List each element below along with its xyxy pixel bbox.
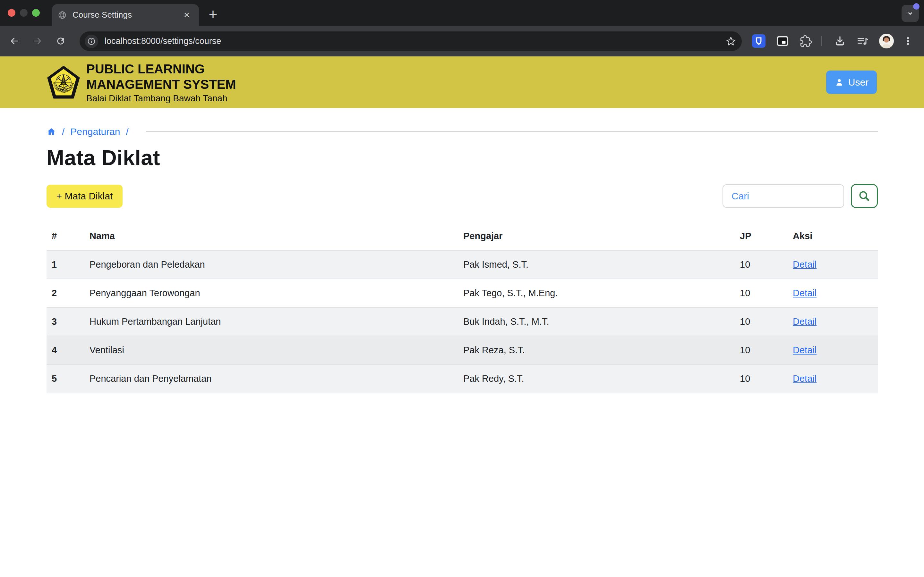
tab-close-icon[interactable]: ×	[180, 9, 193, 21]
action-cell: Detail	[788, 279, 878, 308]
breadcrumb: / Pengaturan /	[47, 126, 878, 137]
chevron-down-icon	[905, 9, 915, 18]
url-text: localhost:8000/settings/course	[105, 36, 725, 46]
course-name-cell: Hukum Pertambangan Lanjutan	[84, 308, 458, 336]
playlist-music-icon	[856, 35, 869, 47]
bitwarden-extension-button[interactable]	[751, 33, 766, 49]
search-icon	[858, 190, 871, 203]
new-tab-button[interactable]: +	[204, 5, 222, 23]
download-icon	[834, 35, 846, 47]
jp-cell: 10	[735, 336, 788, 364]
detail-link[interactable]: Detail	[793, 345, 817, 355]
actions-row: + Mata Diklat	[47, 184, 878, 208]
col-header-pengajar: Pengajar	[458, 223, 735, 250]
toolbar-divider	[821, 36, 822, 46]
star-icon	[725, 35, 737, 47]
col-header-no: #	[47, 223, 84, 250]
detail-link[interactable]: Detail	[793, 316, 817, 327]
person-icon	[835, 77, 844, 87]
brand-title-line1: PUBLIC LEARNING	[86, 61, 236, 77]
table-row: 2Penyanggaan TerowonganPak Tego, S.T., M…	[47, 279, 878, 308]
globe-favicon-icon	[58, 11, 67, 19]
teacher-name-cell: Pak Tego, S.T., M.Eng.	[458, 279, 735, 308]
notification-dot	[913, 3, 919, 10]
profile-avatar[interactable]	[879, 33, 894, 49]
breadcrumb-home-link[interactable]	[47, 127, 56, 137]
user-button-label: User	[848, 77, 869, 88]
action-cell: Detail	[788, 250, 878, 279]
col-header-jp: JP	[735, 223, 788, 250]
brand-block: PUBLIC LEARNING MANAGEMENT SYSTEM Balai …	[86, 61, 236, 103]
breadcrumb-separator: /	[62, 126, 65, 137]
add-mata-diklat-button[interactable]: + Mata Diklat	[47, 185, 123, 208]
user-button[interactable]: User	[826, 71, 877, 94]
home-icon	[47, 127, 56, 137]
back-button[interactable]	[7, 33, 22, 49]
breadcrumb-item-pengaturan[interactable]: Pengaturan	[70, 126, 120, 137]
search-button[interactable]	[851, 184, 878, 208]
page-title: Mata Diklat	[47, 145, 878, 170]
tab-title: Course Settings	[73, 10, 180, 20]
address-bar[interactable]: localhost:8000/settings/course	[79, 31, 742, 51]
action-cell: Detail	[788, 364, 878, 393]
picture-in-picture-icon	[776, 34, 789, 48]
row-number: 5	[47, 364, 84, 393]
detail-link[interactable]: Detail	[793, 259, 817, 269]
media-controls-button[interactable]	[855, 33, 870, 49]
teacher-name-cell: Pak Reza, S.T.	[458, 336, 735, 364]
row-number: 1	[47, 250, 84, 279]
row-number: 3	[47, 308, 84, 336]
kebab-menu-icon	[903, 35, 913, 47]
detail-link[interactable]: Detail	[793, 288, 817, 298]
puzzle-piece-icon	[800, 35, 813, 47]
page-content: / Pengaturan / Mata Diklat + Mata Diklat	[47, 108, 878, 393]
bookmark-star-button[interactable]	[725, 35, 737, 47]
window-close-button[interactable]	[8, 9, 15, 17]
browser-window: Course Settings × +	[0, 0, 924, 577]
courses-table-wrap: # Nama Pengajar JP Aksi 1Pengeboran dan …	[47, 223, 878, 393]
teacher-name-cell: Buk Indah, S.T., M.T.	[458, 308, 735, 336]
tab-strip: Course Settings × +	[0, 0, 924, 26]
row-number: 2	[47, 279, 84, 308]
forward-button[interactable]	[30, 33, 45, 49]
action-cell: Detail	[788, 308, 878, 336]
downloads-button[interactable]	[832, 33, 848, 49]
brand-title-line2: MANAGEMENT SYSTEM	[86, 77, 236, 92]
shield-icon	[752, 34, 766, 48]
table-row: 5Pencarian dan PenyelamatanPak Redy, S.T…	[47, 364, 878, 393]
courses-table: # Nama Pengajar JP Aksi 1Pengeboran dan …	[47, 223, 878, 393]
table-row: 3Hukum Pertambangan LanjutanBuk Indah, S…	[47, 308, 878, 336]
course-name-cell: Ventilasi	[84, 336, 458, 364]
reload-icon	[55, 36, 66, 46]
search-input[interactable]	[722, 184, 844, 208]
action-cell: Detail	[788, 336, 878, 364]
avatar	[879, 34, 894, 48]
app-header: ENERGI DAN SUMBER DAYA MINERAL PUBLIC LE…	[0, 56, 924, 108]
teacher-name-cell: Pak Ismed, S.T.	[458, 250, 735, 279]
window-zoom-button[interactable]	[32, 9, 40, 17]
detail-link[interactable]: Detail	[793, 374, 817, 384]
window-minimize-button[interactable]	[20, 9, 27, 17]
course-name-cell: Penyanggaan Terowongan	[84, 279, 458, 308]
extensions-button[interactable]	[798, 33, 814, 49]
reload-button[interactable]	[53, 33, 68, 49]
jp-cell: 10	[735, 279, 788, 308]
jp-cell: 10	[735, 364, 788, 393]
browser-menu-button[interactable]	[900, 33, 916, 49]
site-info-icon[interactable]	[85, 35, 98, 48]
picture-in-picture-extension-button[interactable]	[775, 33, 790, 49]
teacher-name-cell: Pak Redy, S.T.	[458, 364, 735, 393]
col-header-aksi: Aksi	[788, 223, 878, 250]
row-number: 4	[47, 336, 84, 364]
breadcrumb-rule	[146, 131, 878, 132]
search-group	[722, 184, 878, 208]
table-header-row: # Nama Pengajar JP Aksi	[47, 223, 878, 250]
back-arrow-icon	[9, 36, 19, 46]
jp-cell: 10	[735, 308, 788, 336]
browser-tab[interactable]: Course Settings ×	[52, 4, 199, 26]
table-row: 4VentilasiPak Reza, S.T.10Detail	[47, 336, 878, 364]
course-name-cell: Pencarian dan Penyelamatan	[84, 364, 458, 393]
table-body: 1Pengeboran dan PeledakanPak Ismed, S.T.…	[47, 250, 878, 393]
brand-subtitle: Balai Diklat Tambang Bawah Tanah	[86, 93, 236, 103]
forward-arrow-icon	[32, 36, 43, 46]
